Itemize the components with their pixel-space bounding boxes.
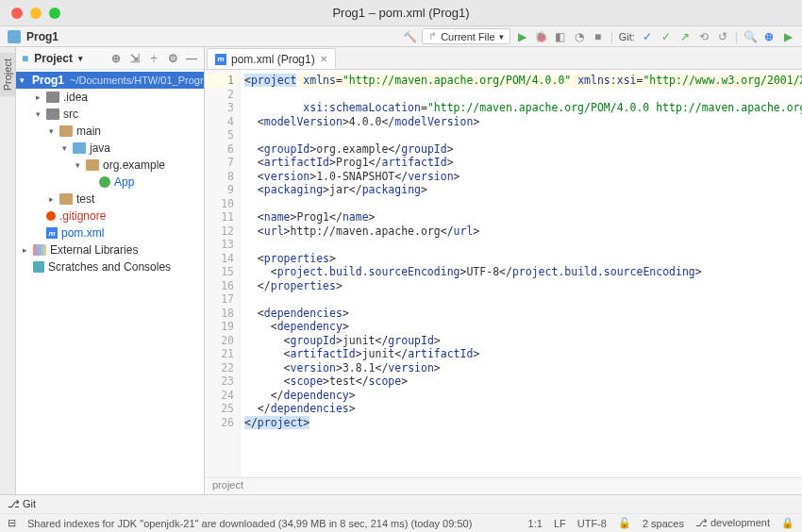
collapse-icon[interactable]: ÷ [147, 52, 160, 65]
tree-root-path: ~/Documents/HTW/01_Progra [70, 75, 204, 86]
vcs-commit-icon[interactable]: ✓ [660, 30, 673, 43]
ide-window: Prog1 – pom.xml (Prog1) Prog1 🔨 ↱ Curren… [0, 0, 802, 532]
build-icon[interactable]: 🔨 [403, 30, 416, 43]
tree-src[interactable]: ▾src [16, 106, 204, 123]
tree-app-file[interactable]: App [16, 174, 204, 191]
tree-package[interactable]: ▾org.example [16, 157, 204, 174]
traffic-lights [11, 8, 60, 19]
play-arrow-icon[interactable]: ▶ [781, 30, 794, 43]
settings-icon[interactable]: ⚙ [166, 52, 179, 65]
close-tab-icon[interactable]: ✕ [320, 54, 327, 64]
status-bg-task-icon[interactable]: ⊟ [8, 517, 16, 529]
git-branch[interactable]: ⎇ development [695, 517, 770, 529]
readonly-icon[interactable]: 🔓 [618, 517, 631, 529]
rollback-icon[interactable]: ↺ [716, 30, 729, 43]
tree-root-label: Prog1 [32, 74, 64, 87]
tree-scratches[interactable]: Scratches and Consoles [16, 258, 204, 275]
navigation-bar: Prog1 🔨 ↱ Current File ▾ ▶ 🐞 ◧ ◔ ■ | Git… [0, 26, 802, 47]
titlebar: Prog1 – pom.xml (Prog1) [0, 0, 802, 26]
vcs-push-icon[interactable]: ↗ [678, 30, 692, 43]
maven-icon: m [215, 54, 226, 65]
status-bar: ⊟ Shared indexes for JDK "openjdk-21" ar… [0, 513, 802, 532]
bottom-tool-bar: ⎇ Git [0, 494, 802, 513]
project-panel-title: Project [34, 52, 73, 65]
line-gutter: 1234567891011121314151617181920212223242… [205, 70, 241, 477]
tab-label: pom.xml (Prog1) [231, 53, 315, 66]
indent-widget[interactable]: 2 spaces [643, 518, 684, 529]
tree-gitignore[interactable]: .gitignore [16, 208, 204, 224]
line-ending[interactable]: LF [554, 518, 566, 529]
git-tool-tab[interactable]: ⎇ Git [8, 498, 36, 510]
editor-area: m pom.xml (Prog1) ✕ 12345678910111213141… [205, 47, 802, 494]
profile-button[interactable]: ◔ [573, 30, 586, 43]
editor-tabs: m pom.xml (Prog1) ✕ [205, 47, 802, 70]
lock-icon[interactable]: 🔒 [781, 517, 794, 529]
search-icon[interactable]: 🔍 [744, 30, 757, 43]
left-tool-strip: Project [0, 47, 16, 494]
run-button[interactable]: ▶ [516, 30, 529, 43]
tree-main[interactable]: ▾main [16, 123, 204, 140]
project-tool-tab[interactable]: Project [0, 53, 15, 96]
run-config-label: Current File [441, 31, 494, 42]
breadcrumb-bar[interactable]: project [205, 477, 802, 494]
run-anything-icon[interactable]: ⊕ [762, 30, 776, 43]
project-tree[interactable]: ▾ Prog1 ~/Documents/HTW/01_Progra ▸.idea… [16, 70, 204, 494]
vcs-update-icon[interactable]: ✓ [641, 30, 654, 43]
expand-icon[interactable]: ⇲ [128, 52, 142, 65]
coverage-button[interactable]: ◧ [554, 30, 567, 43]
tree-pom[interactable]: mpom.xml [16, 224, 204, 241]
tree-test[interactable]: ▸test [16, 191, 204, 208]
main-area: Project ■ Project ▾ ⊕ ⇲ ÷ ⚙ — ▾ Prog1 [0, 47, 802, 494]
stop-button[interactable]: ■ [592, 30, 605, 43]
editor[interactable]: 1234567891011121314151617181920212223242… [205, 70, 802, 477]
zoom-window-button[interactable] [49, 8, 60, 19]
window-title: Prog1 – pom.xml (Prog1) [332, 6, 469, 20]
run-config-select[interactable]: ↱ Current File ▾ [422, 28, 510, 44]
debug-button[interactable]: 🐞 [535, 30, 548, 43]
tree-libs[interactable]: ▸External Libraries [16, 241, 204, 258]
project-panel-header: ■ Project ▾ ⊕ ⇲ ÷ ⚙ — [16, 47, 204, 70]
minimize-window-button[interactable] [30, 8, 42, 19]
tree-java[interactable]: ▾java [16, 140, 204, 157]
tree-root[interactable]: ▾ Prog1 ~/Documents/HTW/01_Progra [16, 72, 204, 89]
history-icon[interactable]: ⟲ [697, 30, 710, 43]
status-message: Shared indexes for JDK "openjdk-21" are … [27, 518, 472, 529]
hide-panel-icon[interactable]: — [185, 52, 198, 65]
code-content[interactable]: <project xmlns="http://maven.apache.org/… [241, 70, 802, 477]
caret-position[interactable]: 1:1 [528, 518, 543, 529]
tree-idea[interactable]: ▸.idea [16, 89, 204, 106]
tab-pom[interactable]: m pom.xml (Prog1) ✕ [207, 48, 336, 69]
project-icon [8, 30, 21, 43]
project-name[interactable]: Prog1 [26, 30, 58, 43]
file-encoding[interactable]: UTF-8 [577, 518, 607, 529]
project-panel: ■ Project ▾ ⊕ ⇲ ÷ ⚙ — ▾ Prog1 ~/Document… [16, 47, 205, 494]
locate-icon[interactable]: ⊕ [109, 52, 123, 65]
close-window-button[interactable] [11, 8, 23, 19]
git-label: Git: [619, 31, 635, 42]
